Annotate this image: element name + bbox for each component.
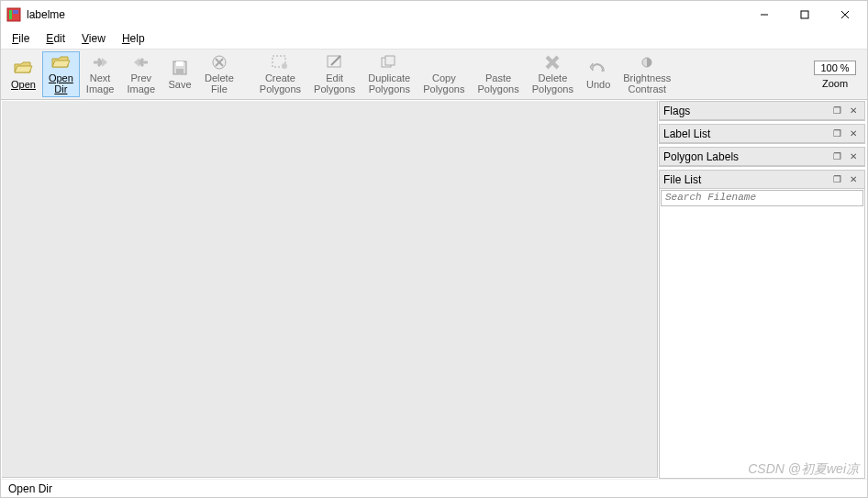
- app-icon: [6, 7, 21, 22]
- svg-rect-8: [176, 61, 184, 66]
- zoom-control: 100 % Zoom: [807, 51, 863, 97]
- menu-edit[interactable]: Edit: [39, 30, 72, 47]
- close-icon[interactable]: ✕: [846, 172, 861, 187]
- svg-point-14: [282, 63, 287, 69]
- next-image-button[interactable]: Next Image: [80, 51, 121, 97]
- svg-rect-9: [176, 69, 184, 74]
- save-button[interactable]: Save: [161, 51, 198, 97]
- close-icon[interactable]: ✕: [846, 127, 861, 141]
- svg-rect-4: [801, 11, 808, 18]
- open-button[interactable]: Open: [5, 51, 42, 97]
- zoom-label: Zoom: [822, 78, 848, 89]
- minimize-button[interactable]: [744, 2, 785, 28]
- polygon-labels-header[interactable]: Polygon Labels ❐ ✕: [660, 148, 864, 166]
- zoom-input[interactable]: 100 %: [814, 61, 856, 75]
- folder-open-icon: [50, 54, 71, 72]
- close-icon[interactable]: ✕: [846, 104, 861, 118]
- menubar: File Edit View Help: [1, 28, 867, 49]
- canvas[interactable]: [2, 101, 658, 478]
- restore-icon[interactable]: ❐: [829, 127, 844, 141]
- floppy-icon: [172, 58, 188, 78]
- svg-rect-17: [385, 56, 395, 65]
- delete-file-button[interactable]: Delete File: [198, 51, 240, 97]
- folder-open-icon: [13, 58, 33, 78]
- svg-rect-1: [9, 10, 12, 19]
- close-button[interactable]: [825, 2, 865, 28]
- delete-polygons-button[interactable]: Delete Polygons: [526, 51, 580, 97]
- file-list-panel: File List ❐ ✕ Search Filename: [659, 170, 865, 479]
- restore-icon[interactable]: ❐: [829, 104, 844, 118]
- polygon-edit-icon: [326, 54, 344, 72]
- window-title: labelme: [27, 8, 744, 21]
- right-sidebar: Flags ❐ ✕ Label List ❐ ✕ Polygon Labels …: [659, 100, 867, 479]
- brightness-contrast-button[interactable]: Brightness Contrast: [617, 51, 677, 97]
- menu-file[interactable]: File: [5, 30, 37, 47]
- brightness-icon: [639, 54, 655, 72]
- search-filename-input[interactable]: Search Filename: [661, 190, 863, 206]
- prev-image-button[interactable]: Prev Image: [120, 51, 161, 97]
- create-polygons-button[interactable]: Create Polygons: [253, 51, 307, 97]
- maximize-button[interactable]: [785, 2, 825, 28]
- menu-view[interactable]: View: [74, 30, 113, 47]
- edit-polygons-button[interactable]: Edit Polygons: [307, 51, 362, 97]
- delete-circle-icon: [211, 54, 228, 72]
- restore-icon[interactable]: ❐: [829, 172, 844, 187]
- arrow-right-icon: [91, 54, 109, 72]
- statusbar: Open Dir: [1, 479, 867, 497]
- polygon-create-icon: [271, 54, 289, 72]
- label-list-header[interactable]: Label List ❐ ✕: [660, 125, 864, 143]
- restore-icon[interactable]: ❐: [829, 149, 844, 164]
- close-icon[interactable]: ✕: [846, 149, 861, 164]
- duplicate-icon: [380, 54, 398, 72]
- arrow-left-icon: [132, 54, 150, 72]
- copy-polygons-button[interactable]: Copy Polygons: [417, 51, 471, 97]
- undo-button[interactable]: Undo: [580, 51, 617, 97]
- undo-icon: [589, 58, 607, 78]
- label-list-panel: Label List ❐ ✕: [659, 124, 865, 144]
- menu-help[interactable]: Help: [115, 30, 152, 47]
- paste-polygons-button[interactable]: Paste Polygons: [471, 51, 525, 97]
- open-dir-button[interactable]: Open Dir: [42, 51, 80, 97]
- titlebar: labelme: [1, 1, 867, 28]
- flags-header[interactable]: Flags ❐ ✕: [660, 102, 864, 120]
- file-list-header[interactable]: File List ❐ ✕: [660, 171, 864, 189]
- duplicate-polygons-button[interactable]: Duplicate Polygons: [362, 51, 417, 97]
- main-area: Flags ❐ ✕ Label List ❐ ✕ Polygon Labels …: [1, 100, 867, 479]
- svg-rect-2: [13, 10, 18, 14]
- status-text: Open Dir: [8, 482, 52, 495]
- delete-x-icon: [544, 54, 561, 72]
- polygon-labels-panel: Polygon Labels ❐ ✕: [659, 147, 865, 167]
- toolbar: Open Open Dir Next Image Prev Image Save…: [1, 49, 867, 100]
- file-list-body[interactable]: [660, 207, 864, 478]
- flags-panel: Flags ❐ ✕: [659, 101, 865, 121]
